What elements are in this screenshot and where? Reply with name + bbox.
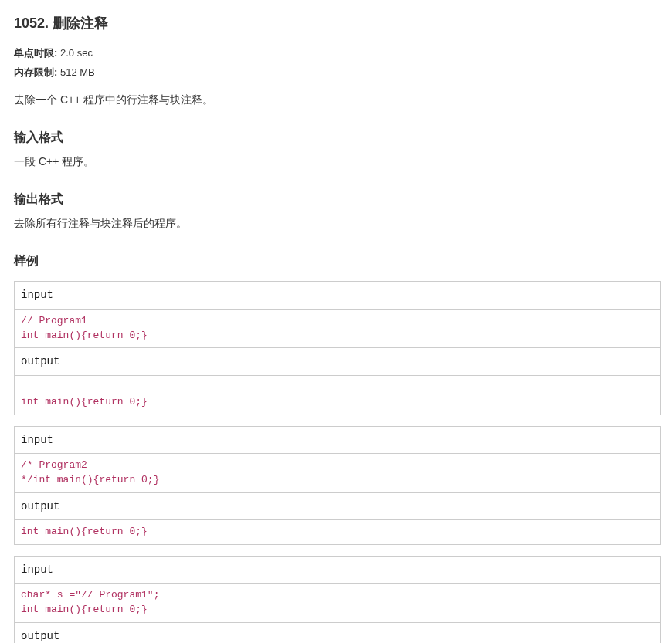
input-format-heading: 输入格式 <box>14 127 661 147</box>
example-output-code: int main(){return 0;} <box>15 520 660 544</box>
output-label: output <box>15 348 660 375</box>
example-block: input /* Program2 */int main(){return 0;… <box>14 426 661 545</box>
output-label: output <box>15 623 660 643</box>
example-input-code: // Program1 int main(){return 0;} <box>15 310 660 349</box>
problem-title: 1052. 删除注释 <box>14 12 661 35</box>
example-output-code: int main(){return 0;} <box>15 376 660 415</box>
input-label: input <box>15 282 660 309</box>
example-input-code: char* s ="// Program1"; int main(){retur… <box>15 584 660 623</box>
input-format-body: 一段 C++ 程序。 <box>14 153 661 170</box>
output-label: output <box>15 493 660 520</box>
memory-limit-label: 内存限制: <box>14 66 57 78</box>
output-format-heading: 输出格式 <box>14 189 661 209</box>
input-label: input <box>15 427 660 454</box>
examples-heading: 样例 <box>14 251 661 271</box>
output-format-body: 去除所有行注释与块注释后的程序。 <box>14 215 661 232</box>
problem-description: 去除一个 C++ 程序中的行注释与块注释。 <box>14 91 661 108</box>
memory-limit-line: 内存限制: 512 MB <box>14 65 661 81</box>
time-limit-label: 单点时限: <box>14 47 57 59</box>
memory-limit-value: 512 MB <box>60 66 95 78</box>
example-input-code: /* Program2 */int main(){return 0;} <box>15 454 660 493</box>
input-label: input <box>15 557 660 584</box>
time-limit-value: 2.0 sec <box>60 47 93 59</box>
example-block: input // Program1 int main(){return 0;} … <box>14 281 661 415</box>
time-limit-line: 单点时限: 2.0 sec <box>14 46 661 62</box>
example-block: input char* s ="// Program1"; int main()… <box>14 556 661 643</box>
